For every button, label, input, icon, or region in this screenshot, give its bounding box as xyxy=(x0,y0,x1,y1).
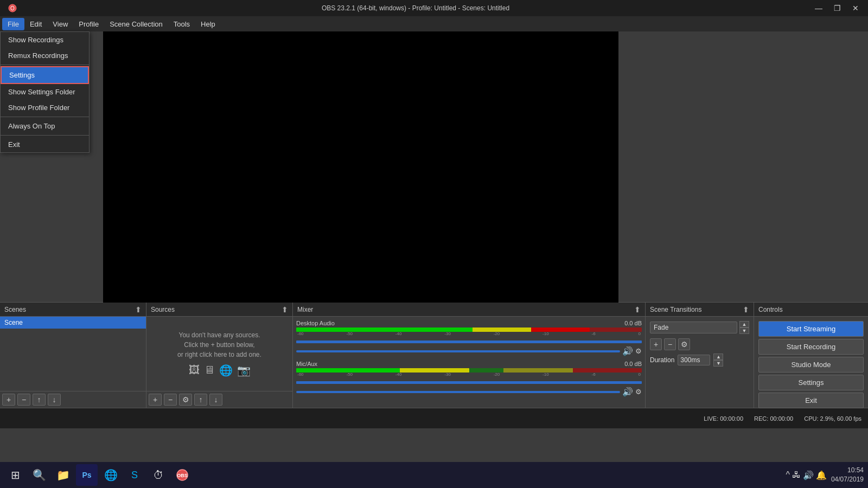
close-button[interactable]: ✕ xyxy=(847,2,864,14)
menu-show-profile-folder[interactable]: Show Profile Folder xyxy=(1,100,89,115)
mixer-panel: Mixer ⬆ Desktop Audio 0.0 dB -60 -50 xyxy=(293,303,646,408)
rec-status: REC: 00:00:00 xyxy=(754,415,793,422)
mic-aux-mute-button[interactable]: 🔊 xyxy=(622,387,633,397)
transition-type-select[interactable]: Fade Cut Swipe xyxy=(650,322,737,333)
start-recording-button[interactable]: Start Recording xyxy=(758,339,864,355)
separator-2 xyxy=(1,117,89,117)
studio-mode-button[interactable]: Studio Mode xyxy=(758,357,864,373)
transition-add-button[interactable]: + xyxy=(650,338,662,350)
right-sidebar xyxy=(722,31,868,302)
desktop-audio-settings-button[interactable]: ⚙ xyxy=(635,347,642,355)
menu-show-recordings[interactable]: Show Recordings xyxy=(1,32,89,48)
obs-taskbar[interactable]: OBS xyxy=(171,464,193,486)
settings-button[interactable]: Settings xyxy=(758,375,864,390)
mixer-expand-icon[interactable]: ⬆ xyxy=(634,305,641,314)
start-button[interactable]: ⊞ xyxy=(4,464,26,486)
menu-item-help[interactable]: Help xyxy=(195,18,221,30)
mic-aux-label: Mic/Aux xyxy=(296,361,317,367)
menu-exit[interactable]: Exit xyxy=(1,137,89,152)
menu-settings[interactable]: Settings xyxy=(1,66,89,84)
mic-aux-track: Mic/Aux 0.0 dB -60 -50 -40 -30 -20 -10 -… xyxy=(296,361,642,397)
scene-item[interactable]: Scene xyxy=(0,317,146,329)
sources-expand-icon[interactable]: ⬆ xyxy=(282,305,288,314)
tray-network-icon[interactable]: 🖧 xyxy=(792,470,801,480)
title-bar: O OBS 23.2.1 (64-bit, windows) - Profile… xyxy=(0,0,868,16)
source-down-button[interactable]: ↓ xyxy=(209,394,222,406)
start-streaming-button[interactable]: Start Streaming xyxy=(758,321,864,337)
menu-always-on-top[interactable]: Always On Top xyxy=(1,118,89,134)
menu-show-settings-folder[interactable]: Show Settings Folder xyxy=(1,84,89,100)
source-add-button[interactable]: + xyxy=(149,394,162,406)
tray-up-icon[interactable]: ^ xyxy=(786,470,790,480)
main-content xyxy=(0,31,868,302)
menu-item-file[interactable]: File xyxy=(2,18,24,30)
camera-source-icon: 📷 xyxy=(237,364,251,377)
transition-remove-button[interactable]: − xyxy=(664,338,676,350)
transition-spin-down[interactable]: ▼ xyxy=(739,328,749,334)
source-remove-button[interactable]: − xyxy=(164,394,177,406)
duration-input[interactable] xyxy=(678,355,710,365)
mic-aux-meter: -60 -50 -40 -30 -20 -10 -6 0 xyxy=(296,368,642,379)
menu-item-profile[interactable]: Profile xyxy=(73,18,104,30)
scenes-panel-header: Scenes ⬆ xyxy=(0,303,146,317)
mic-aux-settings-button[interactable]: ⚙ xyxy=(635,388,642,396)
scene-remove-button[interactable]: − xyxy=(17,394,30,406)
mic-aux-header: Mic/Aux 0.0 dB xyxy=(296,361,642,367)
source-up-button[interactable]: ↑ xyxy=(194,394,207,406)
sources-empty-text-3: or right click here to add one. xyxy=(177,351,261,358)
transition-spin-up[interactable]: ▲ xyxy=(739,321,749,328)
separator-3 xyxy=(1,135,89,136)
desktop-audio-mute-button[interactable]: 🔊 xyxy=(622,346,633,356)
mixer-content: Desktop Audio 0.0 dB -60 -50 -40 -30 -20… xyxy=(293,317,645,408)
search-taskbar-button[interactable]: 🔍 xyxy=(28,464,50,486)
source-settings-button[interactable]: ⚙ xyxy=(179,394,192,406)
restore-button[interactable]: ❐ xyxy=(829,2,845,14)
separator-1 xyxy=(1,65,89,65)
mic-aux-controls: 🔊 ⚙ xyxy=(296,387,642,397)
menu-item-edit[interactable]: Edit xyxy=(24,18,47,30)
skype-taskbar[interactable]: S xyxy=(124,464,145,486)
clock: 10:54 04/07/2019 xyxy=(831,466,864,484)
exit-button[interactable]: Exit xyxy=(758,393,864,408)
mic-aux-blue-bar xyxy=(296,381,642,384)
photoshop-taskbar[interactable]: Ps xyxy=(76,464,98,486)
duration-spin-btns: ▲ ▼ xyxy=(713,354,723,367)
sources-empty-text-1: You don't have any sources. xyxy=(179,331,260,339)
scene-up-button[interactable]: ↑ xyxy=(33,394,46,406)
transition-settings-button[interactable]: ⚙ xyxy=(678,338,690,350)
clock-date: 04/07/2019 xyxy=(831,475,864,484)
scenes-expand-icon[interactable]: ⬆ xyxy=(135,305,142,314)
timer-taskbar[interactable]: ⏱ xyxy=(148,464,169,486)
scenes-toolbar: + − ↑ ↓ xyxy=(0,391,146,408)
file-explorer-taskbar[interactable]: 📁 xyxy=(52,464,74,486)
sources-content[interactable]: You don't have any sources. Click the + … xyxy=(146,317,292,391)
desktop-audio-slider[interactable] xyxy=(296,350,620,352)
scene-add-button[interactable]: + xyxy=(2,394,15,406)
tray-volume-icon[interactable]: 🔊 xyxy=(803,470,814,480)
menu-item-tools[interactable]: Tools xyxy=(168,18,195,30)
tray-notif-icon[interactable]: 🔔 xyxy=(816,470,827,480)
mic-aux-slider[interactable] xyxy=(296,391,620,393)
desktop-audio-controls: 🔊 ⚙ xyxy=(296,346,642,356)
scene-down-button[interactable]: ↓ xyxy=(48,394,61,406)
chrome-taskbar[interactable]: 🌐 xyxy=(100,464,122,486)
minimize-button[interactable]: — xyxy=(810,2,827,14)
transitions-content: Fade Cut Swipe ▲ ▼ + − ⚙ Duration ▲ xyxy=(646,317,754,408)
desktop-audio-db: 0.0 dB xyxy=(624,320,642,326)
transitions-panel-title: Scene Transitions xyxy=(650,306,701,313)
desktop-audio-label: Desktop Audio xyxy=(296,320,335,326)
menu-item-scene-collection[interactable]: Scene Collection xyxy=(104,18,168,30)
menu-remux-recordings[interactable]: Remux Recordings xyxy=(1,48,89,63)
file-dropdown: Show Recordings Remux Recordings Setting… xyxy=(0,31,90,153)
mixer-panel-header: Mixer ⬆ xyxy=(293,303,645,317)
desktop-audio-blue-bar xyxy=(296,341,642,344)
bottom-panels: Scenes ⬆ Scene + − ↑ ↓ Sources ⬆ You don… xyxy=(0,302,868,408)
status-bar: LIVE: 00:00:00 REC: 00:00:00 CPU: 2.9%, … xyxy=(0,408,868,428)
display-source-icon: 🖥 xyxy=(204,364,215,377)
duration-spin-up[interactable]: ▲ xyxy=(713,354,723,360)
live-status: LIVE: 00:00:00 xyxy=(704,415,743,422)
duration-spin-down[interactable]: ▼ xyxy=(713,360,723,367)
transitions-expand-icon[interactable]: ⬆ xyxy=(743,305,749,314)
menu-item-view[interactable]: View xyxy=(47,18,73,30)
duration-label: Duration xyxy=(650,356,674,364)
